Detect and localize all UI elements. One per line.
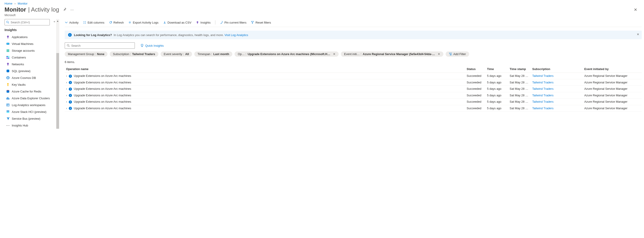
filter-management-group[interactable]: Management Group : None <box>65 51 108 57</box>
sidebar-item[interactable]: Azure Stack HCI (preview) <box>4 108 54 115</box>
scroll-thumb[interactable] <box>56 53 59 129</box>
sidebar-item-icon <box>6 89 10 93</box>
col-timestamp[interactable]: Time stamp <box>508 65 531 73</box>
filter-severity[interactable]: Event severity : All <box>160 51 192 57</box>
cell-timestamp: Sat May 28 … <box>508 105 531 111</box>
insights-button[interactable]: Insights <box>196 21 210 24</box>
gear-icon <box>128 21 132 24</box>
collapse-sidebar-button[interactable]: « <box>54 20 55 23</box>
banner-close-button[interactable]: ✕ <box>637 33 639 36</box>
remove-filter-icon[interactable]: ✕ <box>438 52 440 56</box>
expand-row-icon[interactable]: › <box>66 94 67 97</box>
cell-status: Succeeded <box>465 73 486 79</box>
sidebar-search-input[interactable] <box>11 21 49 24</box>
sidebar-item[interactable]: Azure Cosmos DB <box>4 74 54 81</box>
info-icon: i <box>69 81 72 84</box>
filter-initiated-by[interactable]: Event initi… : Azure Regional Service Ma… <box>341 51 443 57</box>
cell-timestamp: Sat May 28 … <box>508 99 531 105</box>
main-search-input[interactable] <box>71 44 133 47</box>
sidebar-item-label: Azure Cosmos DB <box>12 76 36 80</box>
edit-columns-button[interactable]: Edit columns <box>83 21 104 24</box>
expand-row-icon[interactable]: › <box>66 106 67 110</box>
sidebar-item-label: Azure Stack HCI (preview) <box>12 110 46 113</box>
cell-operation: Upgrade Extensions on Azure Arc machines <box>74 106 131 110</box>
download-csv-button[interactable]: Download as CSV <box>163 21 192 24</box>
scroll-up-arrow[interactable]: ▲ <box>56 19 59 23</box>
sidebar-scrollbar[interactable]: ▲ <box>56 19 59 129</box>
sidebar-item[interactable]: Applications <box>4 34 54 40</box>
main-search[interactable] <box>65 42 135 49</box>
export-button[interactable]: Export Activity Logs <box>128 21 158 24</box>
svg-rect-18 <box>7 85 8 86</box>
sidebar-item[interactable]: Log Analytics workspaces <box>4 101 54 108</box>
table-row[interactable]: ›iUpgrade Extensions on Azure Arc machin… <box>65 99 642 105</box>
cell-subscription-link[interactable]: Tailwind Traders <box>532 74 554 77</box>
sidebar-item[interactable]: Key Vaults <box>4 81 54 88</box>
refresh-icon <box>109 21 112 24</box>
filter-subscription[interactable]: Subscription : Tailwind Traders <box>110 51 158 57</box>
sidebar-item[interactable]: Azure Cache for Redis <box>4 88 54 95</box>
table-row[interactable]: ›iUpgrade Extensions on Azure Arc machin… <box>65 92 642 99</box>
col-time[interactable]: Time <box>486 65 508 73</box>
table-row[interactable]: ›iUpgrade Extensions on Azure Arc machin… <box>65 105 642 111</box>
remove-filter-icon[interactable]: ✕ <box>333 52 336 56</box>
sidebar-item[interactable]: Service Bus (preview) <box>4 115 54 122</box>
cell-time: 5 days ago <box>486 92 508 99</box>
filter-operation[interactable]: Op… : Upgrade Extensions on Azure Arc ma… <box>234 51 339 57</box>
col-subscription[interactable]: Subscription <box>531 65 583 73</box>
toolbar: Activity Edit columns Refresh Export Act… <box>65 19 642 27</box>
sidebar-item[interactable]: SQL (preview) <box>4 68 54 74</box>
cell-subscription-link[interactable]: Tailwind Traders <box>532 100 554 103</box>
svg-point-14 <box>6 76 9 79</box>
banner-link[interactable]: Visit Log Analytics <box>224 33 248 37</box>
filter-add-icon <box>449 53 452 56</box>
cell-operation: Upgrade Extensions on Azure Arc machines <box>74 87 131 90</box>
breadcrumb-home[interactable]: Home <box>4 2 12 5</box>
table-row[interactable]: ›iUpgrade Extensions on Azure Arc machin… <box>65 73 642 79</box>
pin-icon[interactable] <box>63 8 66 12</box>
table-row[interactable]: ›iUpgrade Extensions on Azure Arc machin… <box>65 86 642 92</box>
filter-timespan[interactable]: Timespan : Last month <box>194 51 232 57</box>
sidebar-item-icon <box>6 69 10 73</box>
reset-filters-button[interactable]: Reset filters <box>251 21 271 24</box>
toolbar-divider <box>215 20 215 25</box>
col-status[interactable]: Status <box>465 65 486 73</box>
add-filter-button[interactable]: Add Filter <box>446 51 469 57</box>
svg-rect-25 <box>6 112 9 113</box>
expand-row-icon[interactable]: › <box>66 87 67 90</box>
expand-row-icon[interactable]: › <box>66 100 67 103</box>
pin-filters-button[interactable]: Pin current filters <box>220 21 246 24</box>
info-banner: i Looking for Log Analytics? In Log Anal… <box>65 31 642 39</box>
activity-dropdown[interactable]: Activity <box>65 21 78 24</box>
sidebar-item-icon <box>6 117 10 120</box>
sidebar-item[interactable]: Virtual Machines <box>4 40 54 47</box>
cell-subscription-link[interactable]: Tailwind Traders <box>532 87 554 90</box>
cell-subscription-link[interactable]: Tailwind Traders <box>532 94 554 97</box>
breadcrumb-monitor[interactable]: Monitor <box>18 2 27 5</box>
cell-subscription-link[interactable]: Tailwind Traders <box>532 81 554 84</box>
more-icon[interactable]: ⋯ <box>70 8 74 12</box>
sidebar-item[interactable]: Azure Data Explorer Clusters <box>4 95 54 101</box>
info-icon: i <box>69 87 72 91</box>
svg-rect-23 <box>6 104 9 106</box>
svg-rect-22 <box>8 98 9 99</box>
sidebar-item-icon <box>6 35 10 39</box>
svg-point-26 <box>130 22 130 23</box>
item-count: 6 items. <box>65 60 642 64</box>
expand-row-icon[interactable]: › <box>66 81 67 84</box>
quick-insights-button[interactable]: Quick Insights <box>140 44 164 47</box>
refresh-button[interactable]: Refresh <box>109 21 124 24</box>
sidebar-item[interactable]: ⋯Insights Hub <box>4 122 54 129</box>
col-initiated-by[interactable]: Event initiated by <box>583 65 642 73</box>
sidebar-search[interactable] <box>4 19 50 25</box>
sidebar-item[interactable]: Networks <box>4 61 54 68</box>
sidebar: « Insights ApplicationsVirtual MachinesS… <box>0 19 56 129</box>
cell-subscription-link[interactable]: Tailwind Traders <box>532 106 554 110</box>
sidebar-item-label: Azure Cache for Redis <box>12 90 42 93</box>
col-operation[interactable]: Operation name <box>65 65 465 73</box>
expand-row-icon[interactable]: › <box>66 74 67 77</box>
sidebar-item[interactable]: Containers <box>4 54 54 61</box>
sidebar-item[interactable]: Storage accounts <box>4 47 54 54</box>
table-row[interactable]: ›iUpgrade Extensions on Azure Arc machin… <box>65 79 642 86</box>
close-blade-button[interactable]: ✕ <box>634 7 637 12</box>
